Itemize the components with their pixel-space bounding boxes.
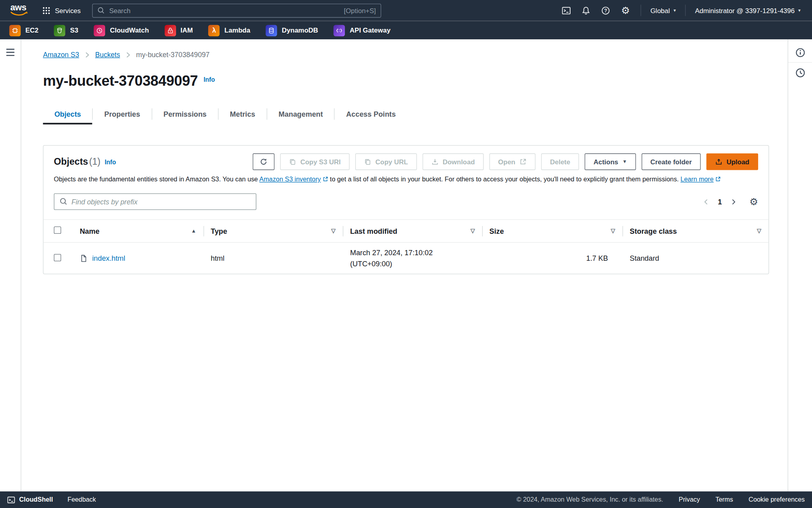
- column-header-name[interactable]: Name▲: [73, 219, 203, 242]
- current-page-number[interactable]: 1: [718, 198, 722, 206]
- filter-icon[interactable]: ▽: [471, 227, 475, 234]
- pagination: 1 ⚙: [703, 197, 758, 207]
- aws-logo[interactable]: aws: [10, 3, 30, 18]
- find-objects-box: [54, 193, 257, 210]
- global-search-input[interactable]: [92, 3, 381, 17]
- copy-s3-uri-button[interactable]: Copy S3 URI: [280, 154, 349, 170]
- feedback-link[interactable]: Feedback: [67, 496, 96, 503]
- upload-icon: [715, 158, 722, 165]
- tab-properties[interactable]: Properties: [93, 104, 151, 124]
- delete-button[interactable]: Delete: [541, 154, 579, 170]
- column-header-last-modified[interactable]: Last modified▽: [343, 219, 482, 242]
- footer-cloudshell-button[interactable]: CloudShell: [7, 496, 53, 504]
- tab-metrics[interactable]: Metrics: [218, 104, 267, 124]
- iam-service-icon: [165, 25, 176, 36]
- favorite-label: EC2: [25, 27, 38, 35]
- preferences-gear-icon[interactable]: ⚙: [749, 197, 758, 207]
- next-page-button[interactable]: [730, 198, 737, 205]
- actions-button[interactable]: Actions ▼: [585, 154, 636, 170]
- find-objects-input[interactable]: [54, 193, 257, 210]
- cloudshell-button[interactable]: [557, 0, 576, 21]
- terms-link[interactable]: Terms: [715, 496, 733, 503]
- privacy-link[interactable]: Privacy: [679, 496, 700, 503]
- select-all-checkbox[interactable]: [54, 227, 61, 234]
- favorite-s3[interactable]: S3: [54, 25, 78, 36]
- gear-icon: ⚙: [621, 6, 630, 15]
- tab-objects[interactable]: Objects: [43, 104, 92, 124]
- tab-access-points[interactable]: Access Points: [335, 104, 407, 124]
- copy-icon: [364, 158, 371, 165]
- favorite-cloudwatch[interactable]: CloudWatch: [94, 25, 149, 36]
- notifications-button[interactable]: [576, 0, 596, 21]
- sort-ascending-icon[interactable]: ▲: [191, 228, 196, 234]
- column-header-size[interactable]: Size▽: [482, 219, 622, 242]
- column-divider: [622, 226, 623, 236]
- services-label: Services: [55, 6, 80, 14]
- filter-icon[interactable]: ▽: [331, 227, 335, 234]
- column-label: Size: [489, 227, 504, 235]
- bell-icon: [582, 6, 590, 15]
- column-header-type[interactable]: Type▽: [203, 219, 343, 242]
- page-title: my-bucket-3703849097: [43, 73, 198, 89]
- favorite-lambda[interactable]: λ Lambda: [209, 25, 251, 36]
- favorite-ec2[interactable]: EC2: [10, 25, 39, 36]
- favorite-api-gateway[interactable]: API Gateway: [334, 25, 391, 36]
- hamburger-menu-icon[interactable]: [5, 46, 15, 59]
- upload-button[interactable]: Upload: [706, 154, 758, 170]
- right-panel-rail: [788, 39, 812, 491]
- objects-filter-row: 1 ⚙: [44, 184, 769, 219]
- api-gateway-service-icon: [334, 25, 345, 36]
- recently-visited-panel-icon[interactable]: [790, 63, 810, 83]
- cookie-preferences-link[interactable]: Cookie preferences: [749, 496, 805, 503]
- objects-toolbar: Copy S3 URI Copy URL Download Open: [253, 154, 758, 170]
- refresh-button[interactable]: [253, 154, 274, 170]
- favorite-label: IAM: [180, 27, 193, 35]
- bucket-tabs: Objects Properties Permissions Metrics M…: [43, 104, 769, 124]
- row-checkbox[interactable]: [54, 254, 61, 261]
- external-link-icon: [715, 176, 721, 182]
- workspace: Amazon S3 Buckets my-bucket-3703849097 m…: [0, 39, 812, 491]
- account-menu[interactable]: Administrator @ 3397-1291-4396 ▾: [691, 0, 804, 21]
- breadcrumb-link-buckets[interactable]: Buckets: [95, 51, 120, 59]
- left-navigation-rail: [0, 39, 21, 491]
- header-separator: [641, 5, 641, 16]
- s3-inventory-link[interactable]: Amazon S3 inventory: [259, 176, 321, 183]
- column-label: Last modified: [350, 227, 397, 235]
- breadcrumb-link-amazon-s3[interactable]: Amazon S3: [43, 51, 79, 59]
- filter-icon[interactable]: ▽: [757, 227, 761, 234]
- download-button[interactable]: Download: [422, 154, 483, 170]
- console-footer: CloudShell Feedback © 2024, Amazon Web S…: [0, 491, 812, 508]
- header-separator: [685, 5, 686, 16]
- header-utilities: ? ⚙ Global ▾ Administrator @ 3397-1291-4…: [557, 0, 805, 21]
- object-size: 1.7 KB: [482, 242, 622, 274]
- copy-url-button[interactable]: Copy URL: [355, 154, 417, 170]
- external-link-icon: [519, 158, 527, 165]
- filter-icon[interactable]: ▽: [611, 227, 615, 234]
- open-button[interactable]: Open: [489, 154, 536, 170]
- tab-management[interactable]: Management: [267, 104, 334, 124]
- region-selector[interactable]: Global ▾: [646, 0, 680, 21]
- favorite-iam[interactable]: IAM: [165, 25, 193, 36]
- table-header-row: Name▲ Type▽ Last modified▽: [44, 219, 769, 242]
- footer-right: © 2024, Amazon Web Services, Inc. or its…: [517, 496, 805, 503]
- table-row: index.html html March 27, 2024, 17:10:02…: [44, 242, 769, 274]
- info-panel-icon[interactable]: [790, 42, 810, 62]
- settings-button[interactable]: ⚙: [616, 0, 636, 21]
- tab-permissions[interactable]: Permissions: [152, 104, 218, 124]
- favorite-dynamodb[interactable]: DynamoDB: [266, 25, 318, 36]
- object-name-link[interactable]: index.html: [92, 254, 125, 262]
- copyright-text: © 2024, Amazon Web Services, Inc. or its…: [517, 496, 663, 503]
- page-info-link[interactable]: Info: [203, 76, 215, 83]
- previous-page-button[interactable]: [703, 198, 710, 205]
- help-button[interactable]: ?: [596, 0, 616, 21]
- objects-description: Objects are the fundamental entities sto…: [44, 174, 769, 184]
- column-header-storage-class[interactable]: Storage class▽: [622, 219, 768, 242]
- column-divider: [482, 226, 483, 236]
- objects-count: (1): [89, 156, 101, 167]
- search-shortcut-hint: [Option+S]: [344, 6, 376, 14]
- services-menu[interactable]: Services: [37, 0, 86, 21]
- learn-more-link[interactable]: Learn more: [680, 176, 714, 183]
- objects-panel-header: Objects (1) Info Copy S3 URI C: [44, 146, 769, 174]
- objects-info-link[interactable]: Info: [105, 159, 116, 166]
- create-folder-button[interactable]: Create folder: [642, 154, 701, 170]
